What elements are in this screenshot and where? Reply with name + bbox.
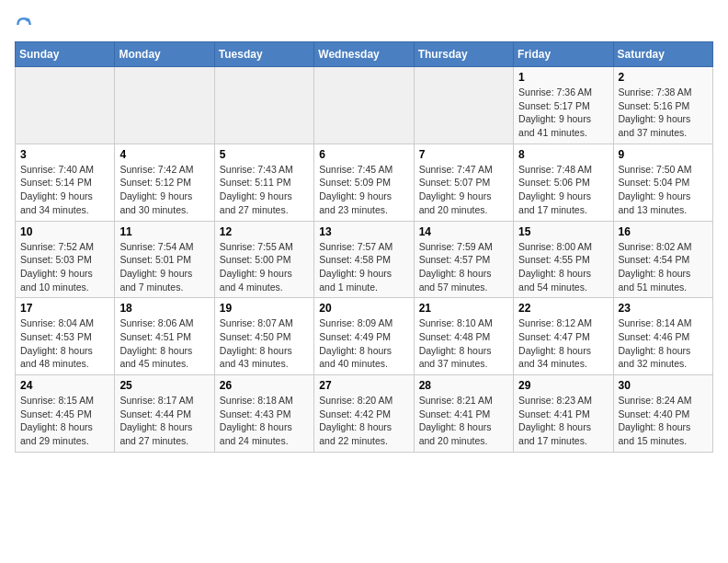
calendar-cell — [314, 67, 414, 144]
day-number: 13 — [319, 225, 408, 238]
calendar-week-row: 3Sunrise: 7:40 AM Sunset: 5:14 PM Daylig… — [16, 144, 713, 221]
calendar-cell — [214, 67, 313, 144]
day-info: Sunrise: 8:17 AM Sunset: 4:44 PM Dayligh… — [119, 394, 209, 448]
header — [15, 15, 713, 34]
day-info: Sunrise: 8:14 AM Sunset: 4:46 PM Dayligh… — [619, 316, 708, 371]
day-info: Sunrise: 7:55 AM Sunset: 5:00 PM Dayligh… — [220, 240, 309, 294]
day-info: Sunrise: 7:36 AM Sunset: 5:17 PM Dayligh… — [518, 86, 608, 140]
calendar-header-row: SundayMondayTuesdayWednesdayThursdayFrid… — [16, 42, 713, 67]
day-number: 29 — [518, 379, 608, 392]
calendar-cell: 28Sunrise: 8:21 AM Sunset: 4:41 PM Dayli… — [414, 375, 513, 453]
calendar-cell: 22Sunrise: 8:12 AM Sunset: 4:47 PM Dayli… — [514, 298, 613, 375]
day-number: 16 — [619, 225, 708, 238]
day-info: Sunrise: 7:50 AM Sunset: 5:04 PM Dayligh… — [619, 163, 708, 217]
day-info: Sunrise: 8:24 AM Sunset: 4:40 PM Dayligh… — [619, 394, 708, 448]
day-number: 18 — [119, 302, 209, 315]
calendar-cell: 17Sunrise: 8:04 AM Sunset: 4:53 PM Dayli… — [16, 298, 115, 375]
day-number: 17 — [20, 302, 109, 315]
day-info: Sunrise: 8:23 AM Sunset: 4:41 PM Dayligh… — [518, 394, 608, 448]
calendar-cell: 26Sunrise: 8:18 AM Sunset: 4:43 PM Dayli… — [214, 375, 313, 453]
day-info: Sunrise: 7:59 AM Sunset: 4:57 PM Dayligh… — [419, 240, 508, 294]
calendar-cell: 13Sunrise: 7:57 AM Sunset: 4:58 PM Dayli… — [314, 221, 414, 298]
calendar-week-row: 1Sunrise: 7:36 AM Sunset: 5:17 PM Daylig… — [16, 67, 713, 144]
day-number: 22 — [518, 302, 608, 315]
day-number: 12 — [220, 225, 309, 238]
calendar-cell: 3Sunrise: 7:40 AM Sunset: 5:14 PM Daylig… — [16, 144, 115, 221]
day-info: Sunrise: 8:15 AM Sunset: 4:45 PM Dayligh… — [20, 394, 109, 448]
calendar-cell — [16, 67, 115, 144]
day-number: 6 — [319, 148, 408, 161]
calendar-cell: 1Sunrise: 7:36 AM Sunset: 5:17 PM Daylig… — [514, 67, 613, 144]
day-number: 5 — [220, 148, 309, 161]
calendar-cell: 9Sunrise: 7:50 AM Sunset: 5:04 PM Daylig… — [613, 144, 712, 221]
day-number: 25 — [119, 379, 209, 392]
day-info: Sunrise: 8:20 AM Sunset: 4:42 PM Dayligh… — [319, 394, 408, 448]
logo-icon — [15, 16, 33, 34]
day-number: 23 — [619, 302, 708, 315]
day-info: Sunrise: 7:57 AM Sunset: 4:58 PM Dayligh… — [319, 240, 408, 294]
calendar-cell: 15Sunrise: 8:00 AM Sunset: 4:55 PM Dayli… — [514, 221, 613, 298]
day-number: 8 — [518, 148, 608, 161]
day-number: 14 — [419, 225, 508, 238]
day-number: 28 — [419, 379, 508, 392]
day-info: Sunrise: 8:00 AM Sunset: 4:55 PM Dayligh… — [518, 240, 608, 294]
day-number: 24 — [20, 379, 109, 392]
day-info: Sunrise: 7:38 AM Sunset: 5:16 PM Dayligh… — [619, 86, 708, 140]
day-info: Sunrise: 7:42 AM Sunset: 5:12 PM Dayligh… — [119, 163, 209, 217]
day-number: 11 — [119, 225, 209, 238]
day-header-tuesday: Tuesday — [214, 42, 313, 67]
calendar-cell: 30Sunrise: 8:24 AM Sunset: 4:40 PM Dayli… — [613, 375, 712, 453]
day-info: Sunrise: 7:45 AM Sunset: 5:09 PM Dayligh… — [319, 163, 408, 217]
day-number: 2 — [619, 71, 708, 84]
calendar-cell: 25Sunrise: 8:17 AM Sunset: 4:44 PM Dayli… — [115, 375, 214, 453]
day-number: 26 — [220, 379, 309, 392]
day-header-thursday: Thursday — [414, 42, 513, 67]
day-info: Sunrise: 7:52 AM Sunset: 5:03 PM Dayligh… — [20, 240, 109, 294]
day-info: Sunrise: 7:47 AM Sunset: 5:07 PM Dayligh… — [419, 163, 508, 217]
calendar-week-row: 10Sunrise: 7:52 AM Sunset: 5:03 PM Dayli… — [16, 221, 713, 298]
calendar-table: SundayMondayTuesdayWednesdayThursdayFrid… — [15, 41, 713, 453]
day-number: 7 — [419, 148, 508, 161]
day-info: Sunrise: 8:18 AM Sunset: 4:43 PM Dayligh… — [220, 394, 309, 448]
calendar-cell: 11Sunrise: 7:54 AM Sunset: 5:01 PM Dayli… — [115, 221, 214, 298]
day-header-sunday: Sunday — [16, 42, 115, 67]
calendar-cell: 29Sunrise: 8:23 AM Sunset: 4:41 PM Dayli… — [514, 375, 613, 453]
calendar-cell: 7Sunrise: 7:47 AM Sunset: 5:07 PM Daylig… — [414, 144, 513, 221]
calendar-cell: 14Sunrise: 7:59 AM Sunset: 4:57 PM Dayli… — [414, 221, 513, 298]
calendar-cell: 5Sunrise: 7:43 AM Sunset: 5:11 PM Daylig… — [214, 144, 313, 221]
logo — [15, 15, 37, 34]
day-header-monday: Monday — [115, 42, 214, 67]
calendar-cell: 18Sunrise: 8:06 AM Sunset: 4:51 PM Dayli… — [115, 298, 214, 375]
day-number: 15 — [518, 225, 608, 238]
calendar-cell — [115, 67, 214, 144]
day-info: Sunrise: 7:43 AM Sunset: 5:11 PM Dayligh… — [220, 163, 309, 217]
day-number: 1 — [518, 71, 608, 84]
day-number: 9 — [619, 148, 708, 161]
calendar-week-row: 17Sunrise: 8:04 AM Sunset: 4:53 PM Dayli… — [16, 298, 713, 375]
day-number: 21 — [419, 302, 508, 315]
calendar-cell: 20Sunrise: 8:09 AM Sunset: 4:49 PM Dayli… — [314, 298, 414, 375]
day-number: 27 — [319, 379, 408, 392]
day-info: Sunrise: 8:04 AM Sunset: 4:53 PM Dayligh… — [20, 316, 109, 371]
day-number: 3 — [20, 148, 109, 161]
calendar-cell: 6Sunrise: 7:45 AM Sunset: 5:09 PM Daylig… — [314, 144, 414, 221]
day-info: Sunrise: 8:12 AM Sunset: 4:47 PM Dayligh… — [518, 316, 608, 371]
day-header-wednesday: Wednesday — [314, 42, 414, 67]
day-header-saturday: Saturday — [613, 42, 712, 67]
calendar-week-row: 24Sunrise: 8:15 AM Sunset: 4:45 PM Dayli… — [16, 375, 713, 453]
calendar-cell: 19Sunrise: 8:07 AM Sunset: 4:50 PM Dayli… — [214, 298, 313, 375]
calendar-cell: 24Sunrise: 8:15 AM Sunset: 4:45 PM Dayli… — [16, 375, 115, 453]
calendar-cell: 10Sunrise: 7:52 AM Sunset: 5:03 PM Dayli… — [16, 221, 115, 298]
day-number: 30 — [619, 379, 708, 392]
day-info: Sunrise: 7:48 AM Sunset: 5:06 PM Dayligh… — [518, 163, 608, 217]
day-info: Sunrise: 8:10 AM Sunset: 4:48 PM Dayligh… — [419, 316, 508, 371]
day-number: 20 — [319, 302, 408, 315]
calendar-cell: 2Sunrise: 7:38 AM Sunset: 5:16 PM Daylig… — [613, 67, 712, 144]
calendar-cell: 23Sunrise: 8:14 AM Sunset: 4:46 PM Dayli… — [613, 298, 712, 375]
calendar-cell: 4Sunrise: 7:42 AM Sunset: 5:12 PM Daylig… — [115, 144, 214, 221]
calendar-cell: 8Sunrise: 7:48 AM Sunset: 5:06 PM Daylig… — [514, 144, 613, 221]
day-info: Sunrise: 8:09 AM Sunset: 4:49 PM Dayligh… — [319, 316, 408, 371]
calendar-cell: 21Sunrise: 8:10 AM Sunset: 4:48 PM Dayli… — [414, 298, 513, 375]
day-info: Sunrise: 8:02 AM Sunset: 4:54 PM Dayligh… — [619, 240, 708, 294]
calendar-cell: 16Sunrise: 8:02 AM Sunset: 4:54 PM Dayli… — [613, 221, 712, 298]
